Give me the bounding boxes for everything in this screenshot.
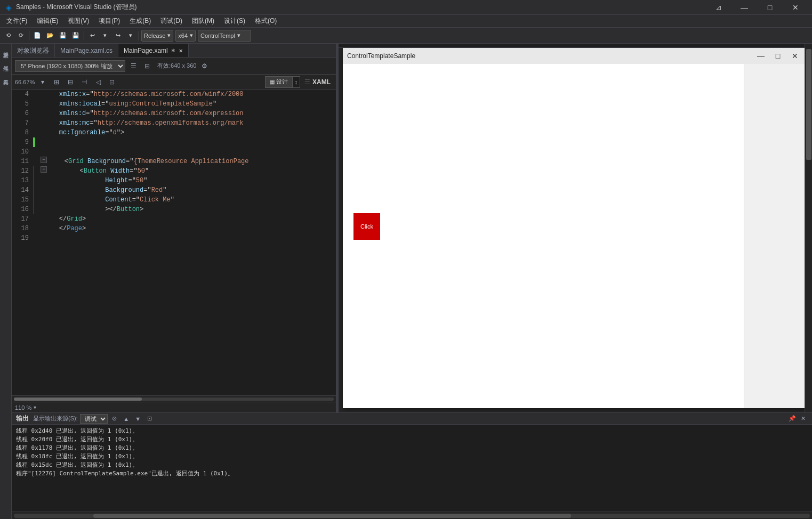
output-scroll-thumb[interactable] <box>93 514 571 518</box>
expand-btn-12[interactable]: − <box>41 166 47 173</box>
toolbar-new[interactable]: 📄 <box>31 30 43 42</box>
camera-icon[interactable]: ⊡ <box>106 76 118 88</box>
toolbar-undo[interactable]: ↩ <box>86 30 98 42</box>
code-line-12: 12 − <Button Width="50" <box>12 166 336 176</box>
tab-close-icon[interactable]: ✕ <box>179 48 183 54</box>
menu-team[interactable]: 团队(M) <box>188 15 219 27</box>
sidebar-item-props[interactable]: 属性 <box>2 60 10 64</box>
device-landscape-icon[interactable]: ⊟ <box>141 60 153 72</box>
design-label: 设计 <box>276 78 288 86</box>
separator-2 <box>84 31 84 40</box>
output-scroll-track[interactable] <box>14 514 810 518</box>
tab-bar: 对象浏览器 MainPage.xaml.cs MainPage.xaml ✱ ✕ <box>12 44 336 58</box>
app-preview-buttons: — □ ✕ <box>752 48 803 63</box>
tab-mainpage-xaml[interactable]: MainPage.xaml ✱ ✕ <box>118 44 189 57</box>
toolbar-forward[interactable]: ⟳ <box>15 30 27 42</box>
menu-view[interactable]: 视图(V) <box>63 15 93 27</box>
toolbar-saveall[interactable]: 💾 <box>70 30 82 42</box>
output-controls: 显示输出来源(S): 调试 ⊘ ▲ ▼ ⊡ <box>33 414 155 424</box>
preview-close-button[interactable]: ✕ <box>786 48 803 63</box>
expand-btn-11[interactable]: − <box>41 157 47 163</box>
output-line-3: 线程 0x1178 已退出, 返回值为 1 (0x1)。 <box>16 444 808 452</box>
menu-format[interactable]: 格式(O) <box>251 15 281 27</box>
output-pin-button[interactable]: 📌 <box>787 414 797 424</box>
scrollbar-thumb[interactable] <box>14 398 142 401</box>
preview-scroll-thumb[interactable] <box>806 49 811 160</box>
platform-dropdown[interactable]: x64 ▾ <box>175 30 196 42</box>
tab-mainpage-cs[interactable]: MainPage.xaml.cs <box>55 44 118 57</box>
toolbar-undo-dropdown[interactable]: ▾ <box>99 30 111 42</box>
preview-minimize-button[interactable]: — <box>752 48 769 63</box>
output-clear-btn[interactable]: ⊘ <box>110 414 119 424</box>
device-size-info: 有效:640 x 360 <box>157 62 196 70</box>
editor-and-preview: 对象浏览器 MainPage.xaml.cs MainPage.xaml ✱ ✕… <box>12 44 812 412</box>
preview-maximize-button[interactable]: □ <box>769 48 786 63</box>
output-source-select[interactable]: 调试 <box>80 414 108 424</box>
design-toggle-btn[interactable]: ▦ 设计 <box>266 77 293 87</box>
code-line-13: 13 Height="50" <box>12 176 336 185</box>
menu-design[interactable]: 设计(S) <box>220 15 250 27</box>
code-line-14: 14 Background="Red" <box>12 185 336 195</box>
output-close-button[interactable]: ✕ <box>798 414 808 424</box>
toolbar-redo-dropdown[interactable]: ▾ <box>125 30 136 42</box>
code-editor[interactable]: 4 xmlns:x="http://schemas.microsoft.com/… <box>12 90 336 395</box>
preview-scrollbar-right[interactable] <box>805 44 812 412</box>
menu-edit[interactable]: 编辑(E) <box>33 15 62 27</box>
swap-icon: ↕ <box>295 79 298 85</box>
left-sidebar: 解决方案 属性 工具箱 <box>0 44 12 519</box>
code-line-16: 16 ></Button> <box>12 205 336 214</box>
code-view-controls: 66.67% ▾ ⊞ ⊟ ⊣ ◁ ⊡ ▦ 设计 <box>12 75 336 90</box>
toolbar-open[interactable]: 📂 <box>44 30 56 42</box>
preview-right-panel <box>744 64 808 408</box>
xaml-label-area: ☰ XAML <box>302 78 333 86</box>
output-up-btn[interactable]: ▲ <box>122 414 131 424</box>
output-line-2: 线程 0x20f0 已退出, 返回值为 1 (0x1)。 <box>16 435 808 444</box>
menu-build[interactable]: 生成(B) <box>125 15 155 27</box>
code-line-19: 19 <box>12 233 336 243</box>
output-line-6: 程序"[12276] ControlTemplateSample.exe"已退出… <box>16 469 808 478</box>
zoom-dropdown-icon[interactable]: ▾ <box>37 76 49 88</box>
menu-project[interactable]: 项目(P) <box>94 15 124 27</box>
output-header: 输出 显示输出来源(S): 调试 ⊘ ▲ ▼ ⊡ 📌 ✕ <box>12 413 812 425</box>
output-scrollbar[interactable] <box>12 512 812 519</box>
zoom-value: 66.67% <box>15 79 35 85</box>
design-tools-icon[interactable]: ⊣ <box>78 76 90 88</box>
toolbar-save[interactable]: 💾 <box>57 30 69 42</box>
code-line-9: 9 <box>12 137 336 147</box>
device-settings-icon[interactable]: ⚙ <box>198 60 210 72</box>
sidebar-item-solution[interactable]: 解决方案 <box>2 46 10 50</box>
output-down-btn[interactable]: ▼ <box>133 414 143 424</box>
title-bar-text: Samples - Microsoft Visual Studio (管理员) <box>16 3 706 12</box>
output-scroll-btn[interactable]: ⊡ <box>145 414 155 424</box>
menu-file[interactable]: 文件(F) <box>2 15 31 27</box>
preview-top-strip <box>339 44 805 48</box>
project-dropdown[interactable]: ControlTempl ▾ <box>198 30 251 42</box>
build-config-dropdown[interactable]: Release ▾ <box>141 30 173 42</box>
code-line-7: 7 xmlns:mc="http://schemas.openxmlformat… <box>12 118 336 128</box>
scrollbar-track[interactable] <box>14 398 334 401</box>
click-me-button[interactable]: Click <box>353 213 380 240</box>
snap-to-grid-icon[interactable]: ⊞ <box>51 76 62 88</box>
code-line-6: 6 xmlns:d="http://schemas.microsoft.com/… <box>12 109 336 118</box>
horizontal-scrollbar[interactable] <box>12 395 336 402</box>
tab-dirty-indicator: ✱ <box>171 48 175 53</box>
xaml-label: XAML <box>312 78 331 86</box>
swap-btn[interactable]: ↕ <box>293 77 300 87</box>
show-grid-icon[interactable]: ⊟ <box>65 76 76 88</box>
menu-debug[interactable]: 调试(D) <box>156 15 187 27</box>
zoom-expand-icon[interactable]: ▾ <box>34 404 36 410</box>
filter-icon[interactable]: ⊿ <box>706 0 731 15</box>
minimize-button[interactable]: — <box>732 0 757 15</box>
device-select[interactable]: 5* Phone (1920 x 1080) 300% 缩放 <box>15 60 125 72</box>
vs-icon: ◈ <box>4 3 13 12</box>
toolbar-back[interactable]: ⟲ <box>2 30 14 42</box>
close-button[interactable]: ✕ <box>783 0 808 15</box>
zoom-value-display: 110 % <box>15 404 31 411</box>
toolbar-redo[interactable]: ↪ <box>112 30 124 42</box>
device-portrait-icon[interactable]: ☰ <box>127 60 139 72</box>
zoom-control: 110 % ▾ <box>12 402 336 412</box>
maximize-button[interactable]: □ <box>758 0 782 15</box>
arrow-icon[interactable]: ◁ <box>92 76 104 88</box>
sidebar-item-tools[interactable]: 工具箱 <box>2 74 10 78</box>
tab-object-browser[interactable]: 对象浏览器 <box>12 44 55 57</box>
